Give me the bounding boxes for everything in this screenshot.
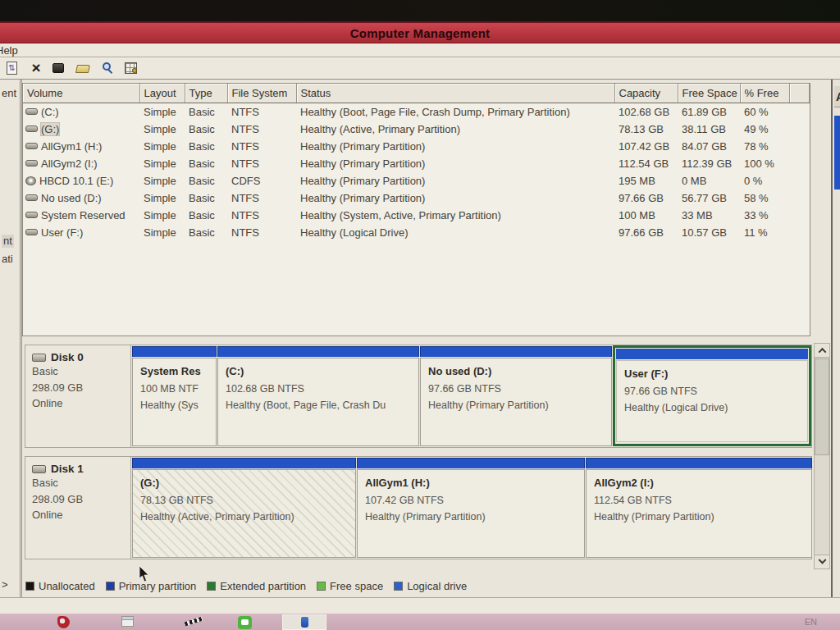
scrollbar-thumb[interactable] (815, 358, 829, 455)
volume-table-body: (C:)SimpleBasicNTFSHealthy (Boot, Page F… (23, 103, 810, 241)
volume-row[interactable]: No used (D:)SimpleBasicNTFSHealthy (Prim… (23, 189, 810, 207)
volume-row[interactable]: (G:)SimpleBasicNTFSHealthy (Active, Prim… (23, 121, 810, 138)
partition-i[interactable]: AllGym2 (I:) 112.54 GB NTFS Healthy (Pri… (586, 458, 812, 559)
volume-table: Volume Layout Type File System Status Ca… (23, 84, 810, 241)
vertical-scrollbar[interactable] (814, 343, 830, 569)
cell-type: Basic (185, 121, 227, 138)
delete-icon[interactable]: × (28, 61, 44, 76)
partition-f-logical[interactable]: User (F:) 97.66 GB NTFS Healthy (Logical… (613, 345, 811, 446)
cell-pct: 49 % (740, 121, 789, 138)
taskbar-app-icon-green[interactable] (238, 616, 252, 629)
disk1-status: Online (32, 507, 130, 523)
cell-type: Basic (185, 207, 227, 224)
disk1-row: Disk 1 Basic 298.09 GB Online (G:) 78.13… (25, 456, 812, 559)
tree-item-fragment-selected[interactable]: nt (2, 235, 14, 248)
cell-status: Healthy (Primary Partition) (296, 138, 614, 155)
cell-fs: NTFS (227, 224, 296, 241)
cell-status: Healthy (Logical Drive) (296, 224, 614, 241)
disk1-size: 298.09 GB (32, 491, 130, 508)
disk-icon (32, 354, 46, 362)
hard-drive-icon (25, 160, 38, 167)
cell-capacity: 97.66 GB (614, 189, 678, 207)
export-list-icon[interactable] (5, 61, 21, 76)
col-type[interactable]: Type (185, 84, 227, 103)
taskbar-app-icon-red[interactable] (57, 616, 70, 628)
partition-c[interactable]: (C:) 102.68 GB NTFS Healthy (Boot, Page … (217, 346, 419, 447)
cell-pct: 100 % (740, 155, 789, 172)
cell-free: 33 MB (678, 207, 740, 224)
legend-item: Free space (317, 580, 383, 592)
disk1-name: Disk 1 (51, 463, 84, 475)
hard-drive-icon (25, 212, 38, 218)
volume-row[interactable]: AllGym2 (I:)SimpleBasicNTFSHealthy (Prim… (23, 155, 810, 172)
taskbar-app-icon-window[interactable] (121, 616, 134, 627)
taskbar: EN (0, 614, 840, 630)
cell-status: Healthy (Active, Primary Partition) (296, 121, 614, 138)
toolbar: × (0, 57, 840, 80)
actions-pane-header: A (834, 86, 840, 107)
volume-row[interactable]: System ReservedSimpleBasicNTFSHealthy (S… (23, 207, 810, 224)
cell-free: 112.39 GB (678, 155, 740, 172)
legend-label: Extended partition (220, 580, 306, 592)
properties-icon[interactable] (100, 61, 116, 76)
taskbar-active-app[interactable] (282, 614, 326, 630)
partition-name: AllGym1 (H:) (365, 475, 579, 492)
cell-capacity: 102.68 GB (614, 103, 678, 121)
volume-row[interactable]: (C:)SimpleBasicNTFSHealthy (Boot, Page F… (23, 103, 810, 121)
scroll-down-button[interactable] (815, 555, 829, 568)
disk1-label[interactable]: Disk 1 Basic 298.09 GB Online (25, 457, 131, 559)
computer-management-window: Computer Management Help × ent nt ati > (0, 0, 840, 630)
cell-layout: Simple (139, 138, 185, 155)
language-indicator[interactable]: EN (805, 617, 817, 627)
col-layout[interactable]: Layout (139, 84, 185, 103)
col-status[interactable]: Status (296, 84, 614, 103)
volume-row[interactable]: User (F:)SimpleBasicNTFSHealthy (Logical… (23, 224, 810, 241)
cell-capacity: 97.66 GB (614, 224, 678, 241)
tree-scroll-fragment[interactable]: > (2, 578, 8, 591)
cell-free: 56.77 GB (678, 189, 740, 207)
col-free-space[interactable]: Free Space (678, 84, 740, 103)
cell-fs: CDFS (227, 172, 296, 189)
legend-item: Primary partition (106, 580, 197, 592)
partition-d[interactable]: No used (D:) 97.66 GB NTFS Healthy (Prim… (420, 346, 612, 447)
disk0-size: 298.09 GB (32, 380, 130, 396)
primary-partition-strip (132, 346, 217, 357)
tree-item-fragment[interactable]: ent (2, 87, 16, 99)
cell-layout: Simple (139, 172, 185, 189)
partition-size: 97.66 GB NTFS (428, 381, 606, 397)
volume-name: AllGym1 (H:) (41, 140, 102, 153)
col-pct-free[interactable]: % Free (740, 84, 789, 103)
cell-type: Basic (185, 138, 227, 155)
cell-type: Basic (185, 103, 227, 121)
cell-status: Healthy (Primary Partition) (296, 172, 614, 189)
chevron-up-icon (818, 348, 826, 356)
col-file-system[interactable]: File System (227, 84, 296, 103)
open-folder-icon[interactable] (75, 61, 92, 76)
col-volume[interactable]: Volume (23, 84, 139, 103)
taskbar-app-icon-blue (301, 617, 308, 628)
cell-type: Basic (185, 189, 227, 207)
disk1-type: Basic (32, 475, 130, 491)
disk-management-pane: Volume Layout Type File System Status Ca… (22, 80, 832, 597)
partition-name: No used (D:) (428, 363, 606, 381)
partition-size: 100 MB NTF (140, 381, 211, 397)
partition-g-selected[interactable]: (G:) 78.13 GB NTFS Healthy (Active, Prim… (132, 458, 356, 559)
disk0-label[interactable]: Disk 0 Basic 298.09 GB Online (25, 345, 131, 447)
menu-help[interactable]: Help (0, 44, 18, 57)
storage-icon[interactable] (51, 61, 67, 76)
taskbar-app-icon-film[interactable] (185, 617, 203, 627)
cell-free: 61.89 GB (678, 103, 740, 121)
partition-h[interactable]: AllGym1 (H:) 107.42 GB NTFS Healthy (Pri… (357, 458, 585, 559)
disk0-status: Online (32, 395, 130, 412)
cell-type: Basic (185, 155, 227, 172)
col-capacity[interactable]: Capacity (614, 84, 678, 103)
partition-system-reserved[interactable]: System Res 100 MB NTF Healthy (Sys (132, 346, 217, 447)
title-bar[interactable]: Computer Management (0, 21, 840, 43)
volume-row[interactable]: AllGym1 (H:)SimpleBasicNTFSHealthy (Prim… (23, 138, 810, 155)
legend-label: Unallocated (39, 580, 95, 592)
volume-list: Volume Layout Type File System Status Ca… (22, 83, 810, 336)
scroll-up-button[interactable] (815, 344, 829, 358)
volume-row[interactable]: HBCD 10.1 (E:)SimpleBasicCDFSHealthy (Pr… (23, 172, 810, 189)
tree-item-fragment[interactable]: ati (2, 253, 13, 265)
help-settings-icon[interactable] (123, 61, 139, 76)
